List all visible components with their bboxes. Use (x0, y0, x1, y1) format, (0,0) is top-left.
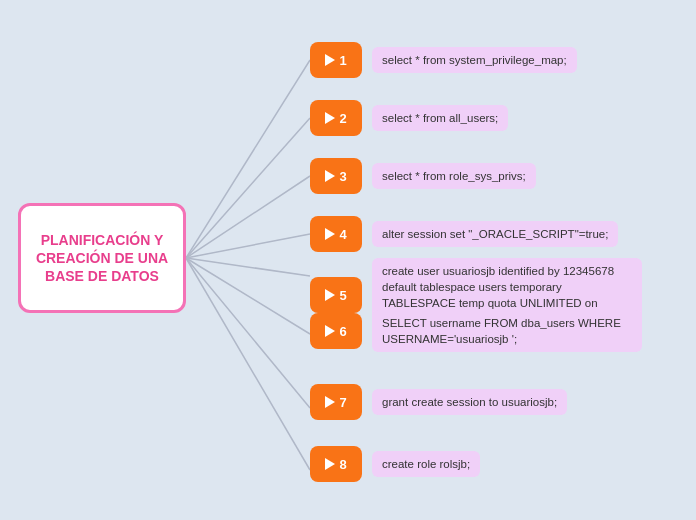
row-8: 8 create role rolsjb; (310, 446, 480, 482)
label-box-4: alter session set "_ORACLE_SCRIPT"=true; (372, 221, 618, 247)
play-icon-5 (325, 289, 335, 301)
play-icon-2 (325, 112, 335, 124)
play-button-8[interactable]: 8 (310, 446, 362, 482)
row-6: 6 SELECT username FROM dba_users WHERE U… (310, 310, 642, 352)
play-button-4[interactable]: 4 (310, 216, 362, 252)
row-2: 2 select * from all_users; (310, 100, 508, 136)
row-number-5: 5 (339, 288, 346, 303)
row-7: 7 grant create session to usuariosjb; (310, 384, 567, 420)
svg-line-2 (186, 176, 310, 258)
row-1: 1 select * from system_privilege_map; (310, 42, 577, 78)
label-box-7: grant create session to usuariosjb; (372, 389, 567, 415)
row-number-3: 3 (339, 169, 346, 184)
row-number-1: 1 (339, 53, 346, 68)
center-node-text: PLANIFICACIÓN Y CREACIÓN DE UNA BASE DE … (36, 231, 168, 286)
play-icon-1 (325, 54, 335, 66)
svg-line-0 (186, 60, 310, 258)
play-button-6[interactable]: 6 (310, 313, 362, 349)
svg-line-7 (186, 258, 310, 470)
row-4: 4 alter session set "_ORACLE_SCRIPT"=tru… (310, 216, 618, 252)
svg-line-5 (186, 258, 310, 334)
label-box-8: create role rolsjb; (372, 451, 480, 477)
row-number-4: 4 (339, 227, 346, 242)
center-node: PLANIFICACIÓN Y CREACIÓN DE UNA BASE DE … (18, 203, 186, 313)
center-line1: PLANIFICACIÓN Y (41, 232, 164, 248)
row-number-6: 6 (339, 324, 346, 339)
svg-line-4 (186, 258, 310, 276)
play-icon-6 (325, 325, 335, 337)
row-3: 3 select * from role_sys_privs; (310, 158, 536, 194)
label-box-2: select * from all_users; (372, 105, 508, 131)
play-button-7[interactable]: 7 (310, 384, 362, 420)
center-line3: BASE DE DATOS (45, 268, 159, 284)
center-line2: CREACIÓN DE UNA (36, 250, 168, 266)
play-icon-7 (325, 396, 335, 408)
label-box-3: select * from role_sys_privs; (372, 163, 536, 189)
play-icon-3 (325, 170, 335, 182)
play-button-2[interactable]: 2 (310, 100, 362, 136)
svg-line-1 (186, 118, 310, 258)
play-button-5[interactable]: 5 (310, 277, 362, 313)
label-box-1: select * from system_privilege_map; (372, 47, 577, 73)
play-icon-4 (325, 228, 335, 240)
row-number-2: 2 (339, 111, 346, 126)
svg-line-3 (186, 234, 310, 258)
play-button-3[interactable]: 3 (310, 158, 362, 194)
row-number-7: 7 (339, 395, 346, 410)
label-box-6: SELECT username FROM dba_users WHERE USE… (372, 310, 642, 352)
svg-line-6 (186, 258, 310, 408)
play-button-1[interactable]: 1 (310, 42, 362, 78)
play-icon-8 (325, 458, 335, 470)
row-number-8: 8 (339, 457, 346, 472)
